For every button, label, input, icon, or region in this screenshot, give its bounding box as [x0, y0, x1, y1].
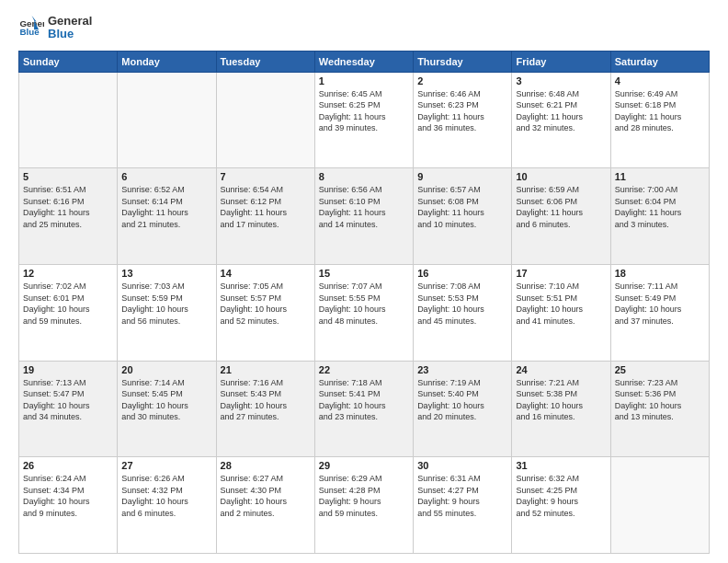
day-number: 6: [121, 171, 211, 182]
day-info: Sunrise: 6:57 AM Sunset: 6:08 PM Dayligh…: [417, 184, 507, 230]
day-info: Sunrise: 7:18 AM Sunset: 5:41 PM Dayligh…: [319, 377, 409, 423]
day-info: Sunrise: 7:08 AM Sunset: 5:53 PM Dayligh…: [417, 281, 507, 327]
calendar-table: SundayMondayTuesdayWednesdayThursdayFrid…: [18, 51, 710, 554]
day-number: 23: [417, 364, 507, 375]
day-number: 16: [417, 268, 507, 279]
logo-icon: General Blue: [18, 15, 44, 40]
day-number: 14: [221, 268, 311, 279]
calendar-row-0: 1Sunrise: 6:45 AM Sunset: 6:25 PM Daylig…: [19, 72, 710, 168]
day-number: 28: [221, 460, 311, 471]
calendar-cell: 3Sunrise: 6:48 AM Sunset: 6:21 PM Daylig…: [512, 72, 610, 168]
day-number: 15: [319, 268, 409, 279]
calendar-cell: 14Sunrise: 7:05 AM Sunset: 5:57 PM Dayli…: [216, 264, 314, 361]
calendar-cell: 19Sunrise: 7:13 AM Sunset: 5:47 PM Dayli…: [19, 361, 118, 457]
calendar-cell: [216, 72, 314, 168]
calendar-row-4: 26Sunrise: 6:24 AM Sunset: 4:34 PM Dayli…: [19, 457, 710, 554]
calendar-cell: 24Sunrise: 7:21 AM Sunset: 5:38 PM Dayli…: [512, 361, 610, 457]
calendar-cell: 25Sunrise: 7:23 AM Sunset: 5:36 PM Dayli…: [610, 361, 709, 457]
calendar-cell: 27Sunrise: 6:26 AM Sunset: 4:32 PM Dayli…: [118, 457, 216, 554]
calendar-row-1: 5Sunrise: 6:51 AM Sunset: 6:16 PM Daylig…: [19, 168, 710, 265]
logo-general: General: [48, 15, 92, 28]
day-info: Sunrise: 6:56 AM Sunset: 6:10 PM Dayligh…: [319, 184, 409, 230]
weekday-header-tuesday: Tuesday: [216, 51, 314, 72]
calendar-cell: [19, 72, 118, 168]
day-number: 30: [417, 460, 507, 471]
calendar-cell: 4Sunrise: 6:49 AM Sunset: 6:18 PM Daylig…: [610, 72, 709, 168]
day-info: Sunrise: 6:27 AM Sunset: 4:30 PM Dayligh…: [221, 473, 311, 519]
day-info: Sunrise: 6:52 AM Sunset: 6:14 PM Dayligh…: [121, 184, 211, 230]
calendar-row-3: 19Sunrise: 7:13 AM Sunset: 5:47 PM Dayli…: [19, 361, 710, 457]
weekday-header-wednesday: Wednesday: [314, 51, 413, 72]
day-info: Sunrise: 6:48 AM Sunset: 6:21 PM Dayligh…: [516, 88, 606, 134]
day-number: 1: [319, 75, 409, 86]
day-number: 24: [516, 364, 606, 375]
calendar-cell: 26Sunrise: 6:24 AM Sunset: 4:34 PM Dayli…: [19, 457, 118, 554]
day-number: 22: [319, 364, 409, 375]
day-number: 20: [121, 364, 211, 375]
calendar-cell: 6Sunrise: 6:52 AM Sunset: 6:14 PM Daylig…: [118, 168, 216, 265]
day-info: Sunrise: 7:03 AM Sunset: 5:59 PM Dayligh…: [121, 281, 211, 327]
page: General Blue General Blue SundayMondayTu…: [0, 0, 728, 563]
day-info: Sunrise: 7:00 AM Sunset: 6:04 PM Dayligh…: [615, 184, 705, 230]
day-number: 10: [516, 171, 606, 182]
calendar-cell: 16Sunrise: 7:08 AM Sunset: 5:53 PM Dayli…: [414, 264, 512, 361]
day-info: Sunrise: 6:26 AM Sunset: 4:32 PM Dayligh…: [121, 473, 211, 519]
day-info: Sunrise: 7:14 AM Sunset: 5:45 PM Dayligh…: [121, 377, 211, 423]
day-number: 31: [516, 460, 606, 471]
day-info: Sunrise: 7:16 AM Sunset: 5:43 PM Dayligh…: [221, 377, 311, 423]
logo-blue: Blue: [48, 28, 92, 40]
day-number: 18: [615, 268, 705, 279]
calendar-cell: 23Sunrise: 7:19 AM Sunset: 5:40 PM Dayli…: [414, 361, 512, 457]
day-number: 17: [516, 268, 606, 279]
day-number: 25: [615, 364, 705, 375]
calendar-row-2: 12Sunrise: 7:02 AM Sunset: 6:01 PM Dayli…: [19, 264, 710, 361]
weekday-header-row: SundayMondayTuesdayWednesdayThursdayFrid…: [19, 51, 710, 72]
logo: General Blue General Blue: [18, 15, 92, 41]
day-number: 4: [615, 75, 705, 86]
weekday-header-friday: Friday: [512, 51, 610, 72]
day-number: 29: [319, 460, 409, 471]
calendar-cell: 30Sunrise: 6:31 AM Sunset: 4:27 PM Dayli…: [414, 457, 512, 554]
calendar-cell: 13Sunrise: 7:03 AM Sunset: 5:59 PM Dayli…: [118, 264, 216, 361]
day-number: 2: [417, 75, 507, 86]
calendar-cell: 21Sunrise: 7:16 AM Sunset: 5:43 PM Dayli…: [216, 361, 314, 457]
day-info: Sunrise: 6:51 AM Sunset: 6:16 PM Dayligh…: [23, 184, 113, 230]
calendar-cell: 18Sunrise: 7:11 AM Sunset: 5:49 PM Dayli…: [610, 264, 709, 361]
day-number: 8: [319, 171, 409, 182]
calendar-cell: 28Sunrise: 6:27 AM Sunset: 4:30 PM Dayli…: [216, 457, 314, 554]
day-info: Sunrise: 7:02 AM Sunset: 6:01 PM Dayligh…: [23, 281, 113, 327]
day-info: Sunrise: 6:29 AM Sunset: 4:28 PM Dayligh…: [319, 473, 409, 519]
header: General Blue General Blue: [18, 15, 710, 41]
day-info: Sunrise: 6:49 AM Sunset: 6:18 PM Dayligh…: [615, 88, 705, 134]
day-info: Sunrise: 7:10 AM Sunset: 5:51 PM Dayligh…: [516, 281, 606, 327]
day-info: Sunrise: 7:23 AM Sunset: 5:36 PM Dayligh…: [615, 377, 705, 423]
day-info: Sunrise: 6:31 AM Sunset: 4:27 PM Dayligh…: [417, 473, 507, 519]
calendar-cell: 5Sunrise: 6:51 AM Sunset: 6:16 PM Daylig…: [19, 168, 118, 265]
day-info: Sunrise: 6:54 AM Sunset: 6:12 PM Dayligh…: [221, 184, 311, 230]
day-info: Sunrise: 7:05 AM Sunset: 5:57 PM Dayligh…: [221, 281, 311, 327]
day-info: Sunrise: 7:07 AM Sunset: 5:55 PM Dayligh…: [319, 281, 409, 327]
day-number: 3: [516, 75, 606, 86]
day-info: Sunrise: 6:45 AM Sunset: 6:25 PM Dayligh…: [319, 88, 409, 134]
day-number: 27: [121, 460, 211, 471]
calendar-cell: 29Sunrise: 6:29 AM Sunset: 4:28 PM Dayli…: [314, 457, 413, 554]
day-number: 9: [417, 171, 507, 182]
day-info: Sunrise: 7:21 AM Sunset: 5:38 PM Dayligh…: [516, 377, 606, 423]
weekday-header-monday: Monday: [118, 51, 216, 72]
calendar-cell: 8Sunrise: 6:56 AM Sunset: 6:10 PM Daylig…: [314, 168, 413, 265]
day-info: Sunrise: 7:13 AM Sunset: 5:47 PM Dayligh…: [23, 377, 113, 423]
calendar-cell: 17Sunrise: 7:10 AM Sunset: 5:51 PM Dayli…: [512, 264, 610, 361]
day-info: Sunrise: 7:19 AM Sunset: 5:40 PM Dayligh…: [417, 377, 507, 423]
calendar-cell: 12Sunrise: 7:02 AM Sunset: 6:01 PM Dayli…: [19, 264, 118, 361]
day-info: Sunrise: 6:24 AM Sunset: 4:34 PM Dayligh…: [23, 473, 113, 519]
day-number: 13: [121, 268, 211, 279]
calendar-cell: 15Sunrise: 7:07 AM Sunset: 5:55 PM Dayli…: [314, 264, 413, 361]
weekday-header-sunday: Sunday: [19, 51, 118, 72]
day-number: 21: [221, 364, 311, 375]
calendar-cell: 1Sunrise: 6:45 AM Sunset: 6:25 PM Daylig…: [314, 72, 413, 168]
weekday-header-thursday: Thursday: [414, 51, 512, 72]
calendar-cell: 9Sunrise: 6:57 AM Sunset: 6:08 PM Daylig…: [414, 168, 512, 265]
day-number: 19: [23, 364, 113, 375]
calendar-cell: 10Sunrise: 6:59 AM Sunset: 6:06 PM Dayli…: [512, 168, 610, 265]
day-number: 5: [23, 171, 113, 182]
